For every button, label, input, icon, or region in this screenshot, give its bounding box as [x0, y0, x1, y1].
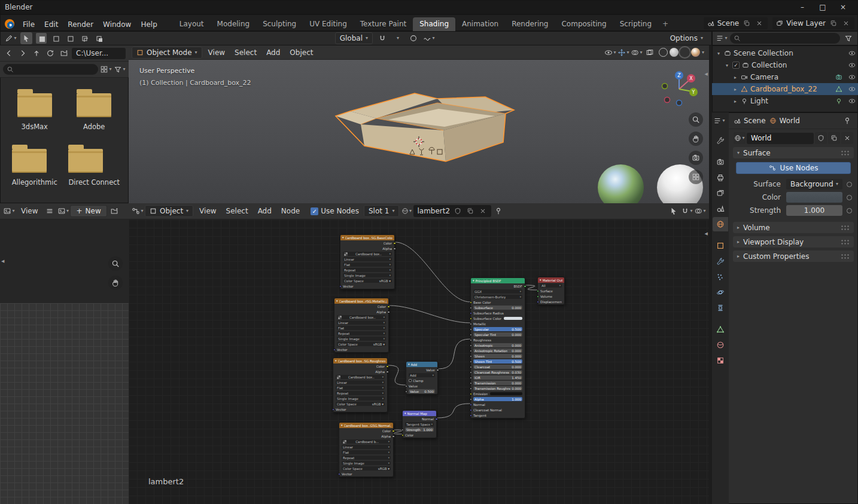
node-row-subsurface[interactable]: Subsurface0.000	[471, 305, 525, 310]
cardboard-box-model[interactable]	[326, 83, 530, 172]
collection-checkbox[interactable]: ✓	[732, 62, 740, 69]
node-row-color[interactable]: Color	[403, 432, 436, 438]
animate-dot[interactable]	[847, 182, 852, 187]
workspace-tab-scripting[interactable]: Scripting	[613, 17, 658, 31]
node-row-flat[interactable]: Flat▾	[340, 262, 394, 267]
node-material-output[interactable]: ▾Material OutputAll▾SurfaceVolumeDisplac…	[537, 277, 565, 305]
node-header[interactable]: ▾Cardboard box..SG.Roughness.jpg	[333, 358, 387, 364]
menu-file[interactable]: File	[18, 19, 39, 30]
expand-icon[interactable]: ▾	[716, 51, 722, 56]
add-workspace-button[interactable]: +	[658, 17, 673, 31]
node-row-repeat[interactable]: Repeat▾	[333, 390, 387, 396]
minimize-button[interactable]: –	[792, 3, 813, 11]
mode-dropdown[interactable]: Object Mode▾	[132, 47, 202, 59]
visibility-eye-icon[interactable]	[848, 85, 856, 93]
strength-slider[interactable]: 1.000	[786, 205, 842, 216]
zoom-icon[interactable]	[689, 112, 703, 127]
open-image-button[interactable]	[108, 205, 120, 217]
section-surface[interactable]: ▾ Surface	[733, 147, 854, 158]
remove-view-layer-button[interactable]	[841, 19, 851, 28]
viewport-canvas[interactable]: User Perspective (1) Collection | Cardbo…	[129, 60, 709, 203]
outliner-item-scene-collection[interactable]: ▾Scene Collection	[712, 47, 858, 59]
world-name-field[interactable]: World	[747, 133, 814, 144]
node-row-value[interactable]: Value	[406, 367, 437, 372]
section-viewport-display[interactable]: ▸Viewport Display	[733, 236, 854, 248]
node-row-tangent[interactable]: Tangent	[471, 413, 525, 418]
node-row-displacement[interactable]: Displacement	[538, 299, 564, 304]
unlink-world-button[interactable]	[841, 132, 853, 144]
node-row-color-space[interactable]: Color SpacesRGB ▾	[334, 341, 388, 347]
node-tex-basecolor[interactable]: ▾Cardboard box..SG.BaseColor.jpgColorAlp…	[340, 234, 395, 289]
expand-icon[interactable]: ▸	[732, 87, 738, 92]
node-row-ggx[interactable]: GGX▾	[471, 289, 525, 294]
shading-rendered-button[interactable]	[691, 48, 700, 57]
viewport-menu-view[interactable]: View	[203, 47, 230, 58]
node-row-alpha[interactable]: Alpha	[339, 433, 393, 439]
node-row-base-color[interactable]: Base Color	[471, 300, 525, 305]
file-filter-dropdown[interactable]: ▾	[114, 63, 126, 75]
properties-tab-constraints[interactable]	[713, 301, 728, 315]
new-image-button[interactable]: +New	[70, 205, 107, 217]
workspace-tab-modeling[interactable]: Modeling	[211, 17, 257, 31]
fake-user-shield-icon[interactable]	[815, 132, 827, 144]
drag-grip[interactable]	[841, 253, 850, 259]
workspace-tab-uv-editing[interactable]: UV Editing	[303, 17, 354, 31]
node-row-cardboard-box[interactable]: Cardboard box..▾	[334, 314, 388, 320]
node-row-value[interactable]: Value0.500	[406, 389, 437, 394]
camera-view-icon[interactable]	[689, 151, 703, 165]
node-row-metallic[interactable]: Metallic	[471, 321, 525, 326]
animate-dot[interactable]	[847, 208, 852, 213]
visibility-eye-icon[interactable]	[848, 62, 856, 69]
select-mode-new-button[interactable]	[36, 33, 47, 44]
node-add[interactable]: ▾AddValueAdd▾ClampValueValue0.500	[406, 361, 438, 395]
node-row-color-space[interactable]: Color SpacesRGB ▾	[340, 278, 394, 283]
shader-menu-view[interactable]: View	[194, 206, 221, 216]
node-row-transmission[interactable]: Transmission0.000	[471, 380, 525, 386]
outliner-item-light[interactable]: ▸Light	[712, 95, 858, 107]
new-scene-button[interactable]	[742, 19, 751, 28]
node-row-normal[interactable]: Normal	[471, 402, 525, 407]
view-layer-selector[interactable]: View Layer	[772, 17, 854, 29]
section-volume[interactable]: ▸Volume	[733, 222, 854, 233]
node-principled-bsdf[interactable]: ▾Principled BSDFBSDFGGX▾Christensen-Burl…	[470, 277, 525, 419]
active-tool-box-select-button[interactable]	[20, 32, 32, 44]
outliner-item-collection[interactable]: ▾✓Collection	[712, 59, 858, 71]
object-visibility-dropdown[interactable]: ▾	[604, 47, 616, 59]
panel-expand-arrow[interactable]: ◀	[1, 259, 4, 264]
properties-tab-particles[interactable]	[713, 270, 728, 284]
browse-material-dropdown[interactable]: ▾	[400, 205, 412, 217]
close-button[interactable]: ×	[833, 3, 853, 11]
forward-button[interactable]	[17, 47, 29, 59]
node-row-tangent-space[interactable]: Tangent Space▾	[403, 421, 436, 427]
properties-tab-texture[interactable]	[713, 353, 728, 368]
transform-orientation-dropdown[interactable]: Global▾	[335, 32, 373, 44]
display-mode-dropdown[interactable]: ▾	[100, 63, 112, 75]
node-row-cardboard-box[interactable]: Cardboard box..▾	[333, 374, 387, 380]
node-tex-normal[interactable]: ▾Cardboard box..GSG.Normal.jpgColorAlpha…	[339, 422, 394, 477]
shader-menu-add[interactable]: Add	[253, 206, 276, 216]
file-search-input[interactable]	[3, 64, 98, 75]
folder-allegorithmic[interactable]: Allegorithmic	[12, 149, 57, 187]
node-row-flat[interactable]: Flat▾	[339, 450, 393, 455]
shading-material-button[interactable]	[680, 48, 689, 57]
parent-directory-button[interactable]	[31, 47, 42, 59]
node-row-ior[interactable]: IOR1.450	[471, 375, 525, 380]
new-view-layer-button[interactable]	[829, 19, 838, 28]
select-mode-subtract-button[interactable]	[65, 33, 75, 44]
directory-path-field[interactable]: C:\User...	[72, 48, 126, 59]
snapping-toggle[interactable]	[376, 32, 388, 44]
node-row-clamp[interactable]: Clamp	[406, 378, 437, 383]
breadcrumb-scene[interactable]: Scene	[734, 117, 766, 125]
node-row-color-space[interactable]: Color SpacesRGB ▾	[339, 466, 393, 471]
node-canvas[interactable]: lambert2 ◀ ▾Cardboard box..SG.BaseColor.…	[129, 219, 709, 504]
pin-icon[interactable]	[492, 205, 504, 217]
node-row-linear[interactable]: Linear▾	[340, 256, 394, 262]
maximize-button[interactable]: □	[813, 3, 833, 11]
browse-world-dropdown[interactable]: ▾	[734, 132, 746, 144]
new-world-button[interactable]	[828, 132, 840, 144]
node-row-alpha[interactable]: Alpha1.000	[471, 396, 525, 402]
browse-image-dropdown[interactable]: ▾	[57, 205, 69, 217]
properties-tab-scene[interactable]	[713, 201, 728, 216]
world-color-swatch[interactable]	[786, 192, 842, 203]
proportional-editing-toggle[interactable]	[407, 32, 419, 44]
